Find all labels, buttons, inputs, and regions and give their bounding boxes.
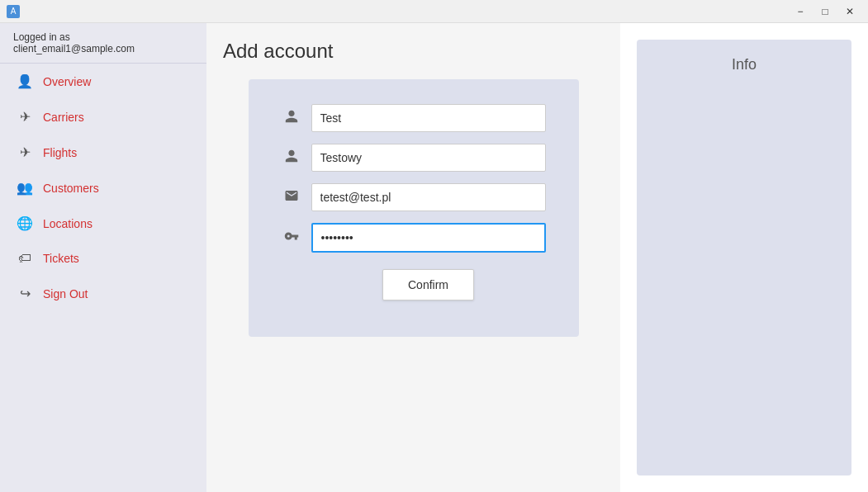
sidebar-item-overview[interactable]: 👤 Overview — [0, 64, 206, 99]
confirm-row: Confirm — [311, 264, 546, 300]
main-content: Add account — [206, 23, 620, 492]
sidebar-item-flights-label: Flights — [43, 146, 77, 159]
flights-icon: ✈ — [17, 144, 33, 160]
signout-icon: ↪ — [17, 286, 33, 301]
sidebar-item-signout[interactable]: ↪ Sign Out — [0, 276, 206, 311]
sidebar-item-customers-label: Customers — [43, 182, 99, 195]
sidebar-item-locations-label: Locations — [43, 217, 92, 230]
title-bar-left: A — [7, 5, 20, 18]
lastname-icon — [282, 149, 301, 168]
lastname-input[interactable] — [311, 144, 546, 172]
title-bar-controls: − □ ✕ — [789, 3, 861, 20]
locations-icon: 🌐 — [17, 215, 33, 231]
tickets-icon: 🏷 — [17, 251, 33, 266]
app-icon: A — [7, 5, 20, 18]
close-button[interactable]: ✕ — [838, 3, 861, 20]
sidebar-item-carriers-label: Carriers — [43, 111, 84, 124]
confirm-button[interactable]: Confirm — [382, 269, 474, 300]
email-input[interactable] — [311, 183, 546, 211]
password-icon — [282, 229, 301, 248]
sidebar-user-label: Logged in as client_email1@sample.com — [0, 23, 206, 64]
add-account-form: Confirm — [249, 79, 579, 337]
firstname-row — [282, 104, 546, 132]
overview-icon: 👤 — [17, 73, 33, 89]
sidebar-item-tickets-label: Tickets — [43, 252, 79, 265]
info-panel: Info — [637, 40, 851, 475]
sidebar-item-carriers[interactable]: ✈ Carriers — [0, 99, 206, 135]
sidebar-item-flights[interactable]: ✈ Flights — [0, 135, 206, 170]
email-row — [282, 183, 546, 211]
app-layout: Logged in as client_email1@sample.com 👤 … — [0, 23, 868, 492]
info-label: Info — [732, 56, 757, 73]
maximize-button[interactable]: □ — [813, 3, 837, 20]
main-body: Add account — [206, 23, 868, 492]
sidebar-item-overview-label: Overview — [43, 75, 91, 88]
sidebar: Logged in as client_email1@sample.com 👤 … — [0, 23, 206, 492]
password-input[interactable] — [311, 223, 546, 253]
sidebar-item-tickets[interactable]: 🏷 Tickets — [0, 241, 206, 276]
sidebar-item-signout-label: Sign Out — [43, 287, 88, 300]
email-icon — [282, 188, 301, 207]
lastname-row — [282, 144, 546, 172]
title-bar: A − □ ✕ — [0, 0, 868, 23]
carriers-icon: ✈ — [17, 109, 33, 125]
sidebar-item-customers[interactable]: 👥 Customers — [0, 170, 206, 206]
sidebar-item-locations[interactable]: 🌐 Locations — [0, 206, 206, 241]
password-row — [282, 223, 546, 253]
firstname-icon — [282, 109, 301, 128]
customers-icon: 👥 — [17, 180, 33, 196]
sidebar-nav: 👤 Overview ✈ Carriers ✈ Flights 👥 Custom… — [0, 64, 206, 311]
firstname-input[interactable] — [311, 104, 546, 132]
minimize-button[interactable]: − — [789, 3, 812, 20]
page-title: Add account — [223, 40, 604, 63]
